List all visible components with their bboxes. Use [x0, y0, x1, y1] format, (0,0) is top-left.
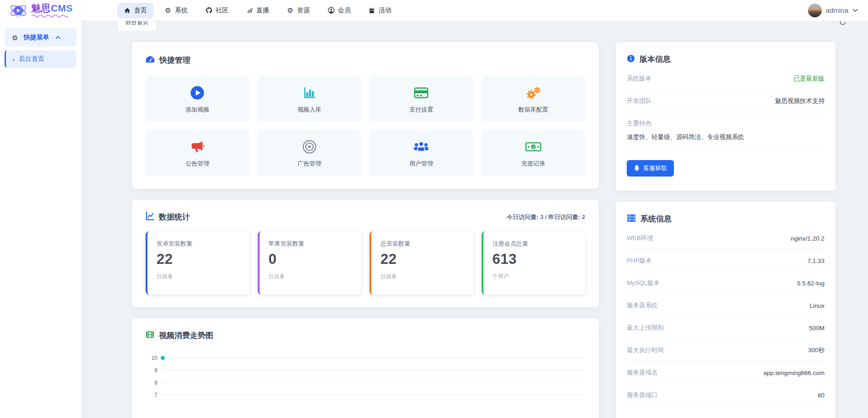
- gear-icon: ⚙: [12, 34, 18, 41]
- nav-item-live[interactable]: 直播: [239, 3, 276, 18]
- gear-icon: ⚙: [287, 7, 294, 14]
- y-axis-tick: 7: [146, 392, 157, 398]
- avatar: [808, 4, 822, 17]
- stat-unit: 个用户: [493, 273, 576, 280]
- quick-btn-database-config[interactable]: 数据库配置: [482, 76, 586, 122]
- info-value: 7.1.33: [807, 257, 825, 264]
- info-row-server-domain: 服务器域名 app.tengming666.com: [627, 361, 825, 384]
- info-row-max-upload: 最大上传限制 500M: [627, 316, 825, 339]
- info-row-dev-team: 开发团队 魅思视频技术支持: [627, 90, 825, 112]
- stat-label: 总安装数量: [380, 240, 464, 248]
- qq-icon: [634, 165, 640, 172]
- version-info-title: 版本信息: [640, 54, 671, 64]
- nav-item-system[interactable]: ⚙ 系统: [158, 3, 194, 18]
- visits-summary: 今日访问量: 3 / 昨日访问量: 2: [507, 213, 585, 221]
- sidebar-item-label: 后台首页: [19, 55, 44, 63]
- home-icon: [124, 7, 131, 14]
- quick-btn-recharge-records[interactable]: 1 充值记录: [482, 130, 586, 176]
- gift-icon: [368, 7, 375, 14]
- username: admina: [826, 6, 848, 14]
- nav-item-community[interactable]: 社区: [199, 3, 235, 18]
- quick-btn-add-video[interactable]: 添加视频: [146, 76, 250, 122]
- info-label: 主要特色: [627, 119, 825, 128]
- nav-item-members[interactable]: 会员: [321, 3, 357, 18]
- customer-service-button[interactable]: 客服获取: [627, 160, 674, 177]
- quick-btn-payment-settings[interactable]: 支付设置: [369, 76, 473, 122]
- left-column: 快捷管理 添加视频 视频入库: [132, 42, 599, 418]
- version-info-card: 版本信息 系统版本 已是最新版 开发团队 魅思视频技术支持 主要特色 速度快、轻…: [616, 42, 835, 191]
- gridline: [162, 358, 585, 358]
- signal-icon: [246, 7, 253, 14]
- dashboard-icon: [146, 56, 155, 65]
- info-row-php-version: PHP版本 7.1.33: [627, 249, 825, 272]
- info-value: app.tengming666.com: [763, 370, 825, 376]
- info-value: 300秒: [808, 346, 825, 354]
- brand-name: 魅思CMS: [31, 3, 73, 13]
- feature-text: 速度快、轻量级、源码简洁、专业视频系统: [627, 133, 825, 141]
- nav-item-resources[interactable]: ⚙ 资源: [280, 3, 316, 18]
- info-row-max-exec-time: 最大执行时间 300秒: [627, 339, 825, 361]
- line-chart-icon: [146, 212, 154, 222]
- info-value: 5.5.62-log: [797, 280, 825, 287]
- brand-underline-wave: [31, 14, 71, 17]
- main-area: 后台首页 快捷管理 添加视频: [81, 0, 868, 418]
- info-value: Linux: [810, 302, 825, 309]
- stat-value: 613: [493, 251, 576, 268]
- sidebar-item-dashboard[interactable]: › 后台首页: [5, 50, 76, 68]
- brand-logo[interactable]: 魅思CMS: [0, 0, 81, 21]
- quick-btn-announcement[interactable]: 公告管理: [146, 130, 250, 176]
- trend-chart: 10 9 8 7: [146, 352, 585, 401]
- info-value: nginx/1.20.2: [791, 235, 825, 242]
- quick-btn-users[interactable]: 用户管理: [369, 130, 473, 176]
- play-icon: [14, 6, 23, 15]
- data-point: [161, 356, 165, 360]
- statistics-title: 数据统计: [159, 212, 190, 222]
- credit-card-icon: [413, 85, 429, 101]
- chevron-down-icon: [852, 9, 858, 12]
- gridline: [162, 395, 585, 395]
- brand-logo-icon: [8, 1, 28, 20]
- stat-value: 22: [157, 251, 240, 268]
- content: 快捷管理 添加视频 视频入库: [81, 31, 868, 418]
- stat-grid: 安卓安装数量 22 台设备 苹果安装数量 0 台设备 总安装数量 22 台设备: [146, 231, 585, 295]
- money-bill-icon: 1: [525, 139, 542, 155]
- gridline: [162, 382, 585, 383]
- statistics-card: 数据统计 今日访问量: 3 / 昨日访问量: 2 安卓安装数量 22 台设备 苹…: [132, 200, 599, 307]
- stat-card-total-installs: 总安装数量 22 台设备: [369, 231, 473, 295]
- right-column: 版本信息 系统版本 已是最新版 开发团队 魅思视频技术支持 主要特色 速度快、轻…: [616, 42, 835, 418]
- gear-icon: ⚙: [164, 7, 172, 14]
- github-icon: [205, 7, 212, 14]
- nav-item-label: 资源: [297, 6, 310, 15]
- nav-item-label: 活动: [379, 6, 391, 15]
- nav-item-label: 首页: [134, 6, 147, 15]
- sidebar-group-label: 快捷菜单: [23, 33, 49, 42]
- nav-item-label: 会员: [338, 6, 351, 15]
- stat-card-android-installs: 安卓安装数量 22 台设备: [146, 231, 250, 295]
- stat-unit: 台设备: [269, 273, 353, 280]
- info-value: 80: [818, 392, 825, 399]
- topbar: 魅思CMS 首页 ⚙ 系统 社区 直播: [0, 0, 868, 21]
- chevron-up-icon: [55, 36, 60, 39]
- user-circle-icon: [327, 7, 335, 14]
- info-label: 服务器域名: [627, 369, 658, 377]
- info-row-system-version: 系统版本 已是最新版: [627, 67, 825, 90]
- nav-item-activities[interactable]: 活动: [362, 3, 398, 18]
- stat-label: 安卓安装数量: [157, 240, 240, 248]
- y-axis-tick: 8: [146, 380, 157, 386]
- info-value: 魅思视频技术支持: [775, 97, 825, 105]
- quick-btn-ads[interactable]: 广告管理: [258, 130, 362, 176]
- info-label: PHP版本: [627, 257, 652, 265]
- user-menu[interactable]: admina: [808, 4, 858, 17]
- sidebar-group-quick-menu[interactable]: ⚙ 快捷菜单: [5, 28, 76, 47]
- nav-item-label: 直播: [256, 6, 269, 15]
- info-label: 最大上传限制: [627, 324, 664, 332]
- nav-item-label: 社区: [216, 6, 228, 15]
- info-label: 开发团队: [627, 97, 651, 105]
- stat-label: 注册会员总量: [493, 240, 576, 248]
- stat-card-ios-installs: 苹果安装数量 0 台设备: [258, 231, 362, 295]
- info-label: WEB环境: [627, 234, 653, 242]
- nav-item-home[interactable]: 首页: [117, 3, 153, 18]
- info-row-server-os: 服务器系统 Linux: [627, 294, 825, 316]
- stat-value: 0: [269, 251, 353, 268]
- quick-btn-video-import[interactable]: 视频入库: [258, 76, 362, 122]
